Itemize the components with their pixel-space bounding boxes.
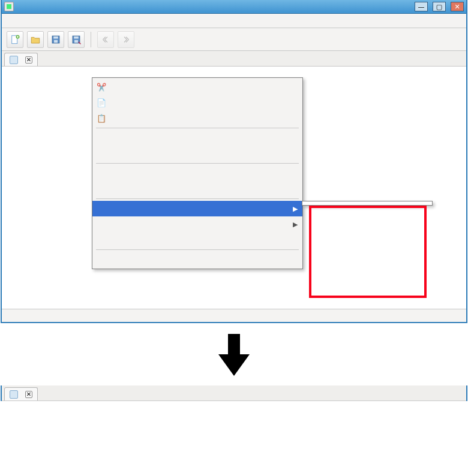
ctx-compare[interactable] (92, 252, 302, 267)
ctx-paste[interactable]: 📋 (92, 110, 302, 126)
result-arrow-icon (0, 334, 468, 376)
ctx-set-comment[interactable] (92, 181, 302, 197)
copy-icon: 📄 (96, 97, 107, 108)
ctx-set-data-type[interactable]: ▶ (92, 216, 302, 232)
svg-rect-4 (54, 40, 58, 43)
tab-file-2[interactable]: ✕ (4, 387, 38, 400)
svg-rect-7 (74, 40, 78, 43)
close-button[interactable]: ✕ (451, 2, 464, 11)
hex-viewport[interactable]: ✂️ 📄 📋 ▶ ▶ (2, 67, 466, 309)
ctx-cut[interactable]: ✂️ (92, 79, 302, 95)
ctx-copy-offset-hex[interactable] (92, 130, 302, 146)
ctx-set-vam[interactable] (92, 232, 302, 248)
svg-rect-6 (74, 36, 79, 38)
menu-edit[interactable] (16, 20, 26, 22)
highlight-submenu (302, 201, 433, 206)
back-button[interactable] (97, 31, 114, 48)
tab-close-button[interactable]: ✕ (25, 56, 32, 64)
status-bar (2, 309, 466, 322)
forward-button[interactable] (118, 31, 134, 48)
menu-view[interactable] (27, 20, 37, 22)
menu-help[interactable] (49, 20, 58, 22)
tab-close-button-2[interactable]: ✕ (25, 391, 32, 398)
new-button[interactable] (7, 31, 23, 48)
saveas-button[interactable] (68, 31, 85, 48)
ctx-set-highlight[interactable]: ▶ (92, 201, 302, 216)
ctx-insert-comment[interactable] (92, 165, 302, 181)
context-menu: ✂️ 📄 📋 ▶ ▶ (92, 77, 303, 269)
menu-bar (2, 14, 466, 28)
app-icon (4, 2, 14, 11)
cut-icon: ✂️ (96, 82, 107, 92)
tab-strip-2: ✕ (2, 385, 466, 401)
file-icon (10, 390, 18, 399)
ctx-copy-offset-dec[interactable] (92, 146, 302, 161)
svg-rect-3 (53, 36, 58, 38)
main-window: — ▢ ✕ ✕ ✂️ (1, 0, 467, 323)
ctx-copy[interactable]: 📄 (92, 95, 302, 110)
save-button[interactable] (47, 31, 64, 48)
minimize-button[interactable]: — (415, 2, 428, 11)
tab-strip: ✕ (2, 51, 466, 67)
menu-file[interactable] (5, 20, 15, 22)
maximize-button[interactable]: ▢ (433, 2, 446, 11)
menu-tools[interactable] (38, 20, 47, 22)
annotation-red-frame (309, 206, 427, 298)
title-bar[interactable]: — ▢ ✕ (2, 0, 466, 14)
toolbar (2, 28, 466, 51)
result-window: ✕ (1, 385, 467, 401)
tab-file[interactable]: ✕ (4, 53, 38, 66)
open-button[interactable] (27, 31, 44, 48)
file-icon (10, 56, 18, 64)
paste-icon: 📋 (96, 113, 107, 123)
